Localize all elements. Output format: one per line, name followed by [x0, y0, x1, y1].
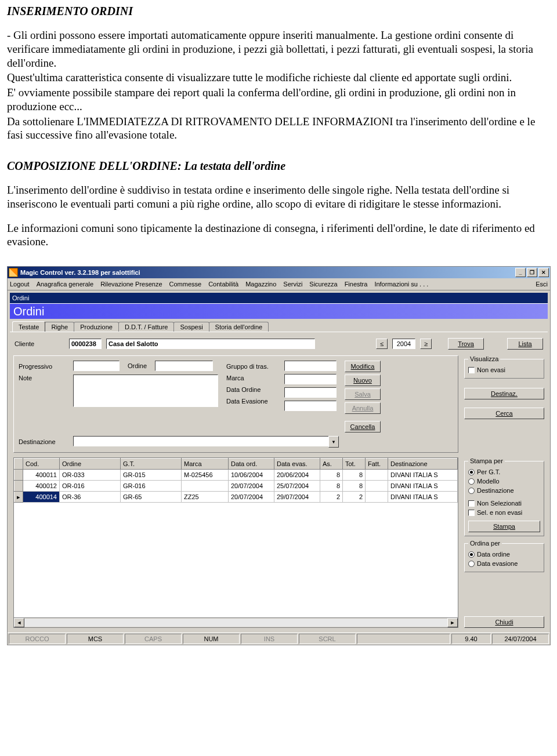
- menu-commesse[interactable]: Commesse: [169, 281, 202, 288]
- annulla-button[interactable]: Annulla: [345, 402, 381, 414]
- close-button[interactable]: ✕: [538, 268, 549, 277]
- cell-marca[interactable]: ZZ25: [182, 492, 229, 503]
- cell-as[interactable]: 8: [320, 470, 343, 481]
- year-next-button[interactable]: ≥: [420, 339, 432, 349]
- cell-gt[interactable]: GR-65: [121, 492, 182, 503]
- ordina-data-evasione-radio[interactable]: Data evasione: [468, 559, 540, 568]
- trova-button[interactable]: Trova: [448, 338, 484, 350]
- table-row[interactable]: ▸400014OR-36GR-65ZZ2520/07/200429/07/200…: [15, 492, 458, 503]
- menu-rilevazione[interactable]: Rilevazione Presenze: [100, 281, 162, 288]
- row-selector[interactable]: [15, 470, 23, 481]
- th-fatt[interactable]: Fatt.: [366, 459, 388, 470]
- menu-anagrafica[interactable]: Anagrafica generale: [37, 281, 93, 288]
- th-dataord[interactable]: Data ord.: [229, 459, 274, 470]
- tab-sospesi[interactable]: Sospesi: [173, 322, 209, 332]
- cell-marca[interactable]: M-025456: [182, 470, 229, 481]
- cell-dest[interactable]: DIVANI ITALIA S: [388, 470, 458, 481]
- minimize-button[interactable]: _: [515, 268, 526, 277]
- ordine-input[interactable]: [155, 361, 213, 371]
- year-prev-button[interactable]: ≤: [376, 339, 388, 349]
- cell-dord[interactable]: 20/07/2004: [229, 481, 274, 492]
- cell-devas[interactable]: 20/06/2004: [274, 470, 320, 481]
- cell-tot[interactable]: 8: [343, 481, 366, 492]
- salva-button[interactable]: Salva: [345, 388, 381, 400]
- menu-info[interactable]: Informazioni su . . .: [374, 281, 428, 288]
- cell-ordine[interactable]: OR-36: [60, 492, 121, 503]
- menu-magazzino[interactable]: Magazzino: [245, 281, 276, 288]
- data-ordine-input[interactable]: [284, 387, 337, 398]
- tab-testate[interactable]: Testate: [12, 321, 45, 332]
- lista-button[interactable]: Lista: [507, 338, 543, 350]
- progressivo-input[interactable]: [73, 361, 120, 371]
- cell-fatt[interactable]: [366, 481, 388, 492]
- tab-righe[interactable]: Righe: [45, 322, 74, 332]
- cell-devas[interactable]: 25/07/2004: [274, 481, 320, 492]
- cell-cod[interactable]: 400014: [23, 492, 60, 503]
- cell-gt[interactable]: GR-015: [121, 470, 182, 481]
- cell-dord[interactable]: 20/07/2004: [229, 492, 274, 503]
- table-row[interactable]: 400011OR-033GR-015M-02545610/06/200420/0…: [15, 470, 458, 481]
- cell-ordine[interactable]: OR-033: [60, 470, 121, 481]
- cliente-name-input[interactable]: Casa del Salotto: [106, 339, 315, 349]
- stampa-per-gt-radio[interactable]: Per G.T.: [468, 467, 540, 477]
- table-horizontal-scrollbar[interactable]: ◄ ►: [14, 617, 458, 627]
- non-selezionati-checkbox[interactable]: Non Selezionati: [468, 499, 540, 508]
- cell-devas[interactable]: 29/07/2004: [274, 492, 320, 503]
- gruppo-tras-input[interactable]: [284, 361, 337, 371]
- chevron-down-icon[interactable]: ▼: [328, 436, 339, 448]
- modifica-button[interactable]: Modifica: [345, 361, 381, 372]
- tab-produzione[interactable]: Produzione: [74, 322, 119, 332]
- menu-contabilita[interactable]: Contabilità: [208, 281, 238, 288]
- cell-dord[interactable]: 10/06/2004: [229, 470, 274, 481]
- year-input[interactable]: 2004: [392, 339, 415, 349]
- table-row[interactable]: 400012OR-016GR-01620/07/200425/07/200488…: [15, 481, 458, 492]
- cell-fatt[interactable]: [366, 492, 388, 503]
- th-ordine[interactable]: Ordine: [60, 459, 121, 470]
- cell-as[interactable]: 2: [320, 492, 343, 503]
- marca-input[interactable]: [284, 374, 337, 384]
- menu-logout[interactable]: Logout: [10, 281, 30, 288]
- stampa-per-modello-radio[interactable]: Modello: [468, 477, 540, 486]
- cell-as[interactable]: 8: [320, 481, 343, 492]
- orders-table[interactable]: Cod. Ordine G.T. Marca Data ord. Data ev…: [13, 457, 458, 628]
- stampa-button[interactable]: Stampa: [468, 521, 540, 532]
- th-as[interactable]: As.: [320, 459, 343, 470]
- scroll-right-icon[interactable]: ►: [447, 618, 458, 627]
- nuovo-button[interactable]: Nuovo: [345, 375, 381, 386]
- cell-dest[interactable]: DIVANI ITALIA S: [388, 481, 458, 492]
- cell-marca[interactable]: [182, 481, 229, 492]
- th-dataevas[interactable]: Data evas.: [274, 459, 320, 470]
- cliente-code-input[interactable]: 0000238: [69, 339, 102, 349]
- menu-sicurezza[interactable]: Sicurezza: [309, 281, 337, 288]
- destinaz-button[interactable]: Destinaz.: [464, 388, 544, 399]
- cell-cod[interactable]: 400012: [23, 481, 60, 492]
- sel-non-evasi-checkbox[interactable]: Sel. e non evasi: [468, 508, 540, 517]
- ordina-data-ordine-radio[interactable]: Data ordine: [468, 550, 540, 559]
- cell-fatt[interactable]: [366, 470, 388, 481]
- cell-ordine[interactable]: OR-016: [60, 481, 121, 492]
- th-tot[interactable]: Tot.: [343, 459, 366, 470]
- th-gt[interactable]: G.T.: [121, 459, 182, 470]
- row-selector[interactable]: [15, 481, 23, 492]
- cerca-button[interactable]: Cerca: [464, 408, 544, 419]
- non-evasi-checkbox[interactable]: Non evasi: [468, 365, 540, 375]
- th-cod[interactable]: Cod.: [23, 459, 60, 470]
- row-selector[interactable]: ▸: [15, 492, 23, 503]
- cell-tot[interactable]: 2: [343, 492, 366, 503]
- tab-storia[interactable]: Storia dell'ordine: [209, 322, 269, 332]
- scroll-left-icon[interactable]: ◄: [14, 618, 24, 627]
- cell-cod[interactable]: 400011: [23, 470, 60, 481]
- data-evasione-input[interactable]: [284, 401, 337, 411]
- menu-servizi[interactable]: Servizi: [283, 281, 302, 288]
- note-textarea[interactable]: [73, 375, 218, 407]
- cell-dest[interactable]: DIVANI ITALIA S: [388, 492, 458, 503]
- cell-gt[interactable]: GR-016: [121, 481, 182, 492]
- menu-esci[interactable]: Esci: [536, 281, 548, 288]
- cell-tot[interactable]: 8: [343, 470, 366, 481]
- chiudi-button[interactable]: Chiudi: [464, 616, 544, 628]
- th-dest[interactable]: Destinazione: [388, 459, 458, 470]
- stampa-per-destinazione-radio[interactable]: Destinazione: [468, 486, 540, 495]
- tab-ddt-fatture[interactable]: D.D.T. / Fatture: [118, 322, 175, 332]
- menu-finestra[interactable]: Finestra: [345, 281, 368, 288]
- maximize-button[interactable]: ❐: [527, 268, 537, 277]
